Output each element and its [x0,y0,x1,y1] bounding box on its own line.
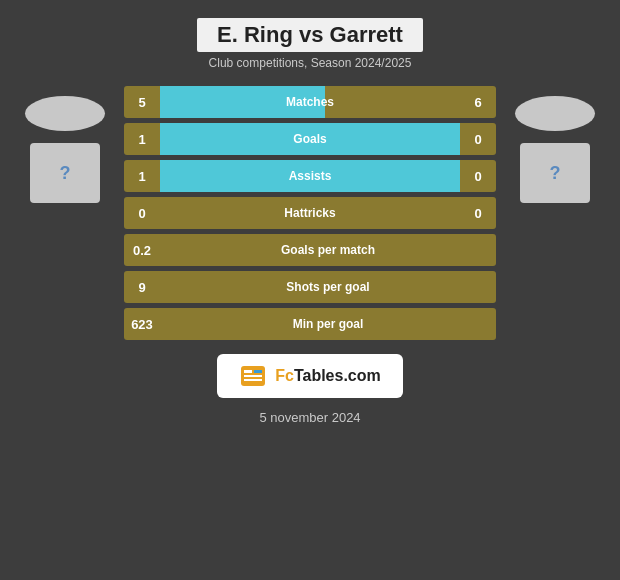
logo-box: FcTables.com [217,354,403,398]
avatar-left-oval [25,96,105,131]
stat-row-goals: 1 Goals 0 [124,123,496,155]
title-section: E. Ring vs Garrett Club competitions, Se… [187,0,433,76]
fctables-icon [239,362,267,390]
stat-row-hattricks: 0 Hattricks 0 [124,197,496,229]
stat-left-goals: 1 [124,123,160,155]
stat-row-goals-per-match: 0.2 Goals per match [124,234,496,266]
stat-label-min-per-goal: Min per goal [293,317,364,331]
svg-rect-2 [244,375,262,377]
stat-label-matches: Matches [160,95,460,109]
stat-label-goals-per-match: Goals per match [281,243,375,257]
avatar-left: ? [10,86,120,203]
stat-row-min-per-goal: 623 Min per goal [124,308,496,340]
logo-text: FcTables.com [275,367,381,385]
avatar-left-box: ? [30,143,100,203]
stat-label-assists: Assists [160,169,460,183]
stat-right-hattricks: 0 [460,197,496,229]
stat-row-shots-per-goal: 9 Shots per goal [124,271,496,303]
svg-rect-1 [244,370,252,373]
stat-label-shots-per-goal: Shots per goal [286,280,369,294]
stat-left-assists: 1 [124,160,160,192]
avatar-right-question: ? [550,163,561,184]
stat-right-assists: 0 [460,160,496,192]
stat-row-matches: 5 Matches 6 [124,86,496,118]
stat-val-shots-per-goal: 9 [124,271,160,303]
stat-right-goals: 0 [460,123,496,155]
stat-bar-hattricks: Hattricks [160,197,460,229]
svg-rect-3 [244,379,262,381]
avatar-right-box: ? [520,143,590,203]
stats-section: 5 Matches 6 1 Goals 0 1 Assist [120,86,500,340]
avatar-left-question: ? [60,163,71,184]
stat-bar-goals-per-match: Goals per match [160,234,496,266]
avatar-right: ? [500,86,610,203]
stat-label-hattricks: Hattricks [160,206,460,220]
stat-val-goals-per-match: 0.2 [124,234,160,266]
content-area: ? 5 Matches 6 1 Goals 0 [0,76,620,340]
stat-bar-assists: Assists [160,160,460,192]
logo-section: FcTables.com [217,354,403,398]
stat-val-min-per-goal: 623 [124,308,160,340]
svg-rect-4 [254,370,262,373]
stat-bar-min-per-goal: Min per goal [160,308,496,340]
stat-left-matches: 5 [124,86,160,118]
stat-left-hattricks: 0 [124,197,160,229]
footer-date: 5 november 2024 [259,410,360,425]
stat-bar-goals: Goals [160,123,460,155]
stat-bar-matches: Matches [160,86,460,118]
stat-label-goals: Goals [160,132,460,146]
page-wrapper: E. Ring vs Garrett Club competitions, Se… [0,0,620,580]
page-title: E. Ring vs Garrett [197,18,423,52]
avatar-right-oval [515,96,595,131]
stat-bar-shots-per-goal: Shots per goal [160,271,496,303]
stat-row-assists: 1 Assists 0 [124,160,496,192]
page-subtitle: Club competitions, Season 2024/2025 [197,56,423,70]
stat-right-matches: 6 [460,86,496,118]
